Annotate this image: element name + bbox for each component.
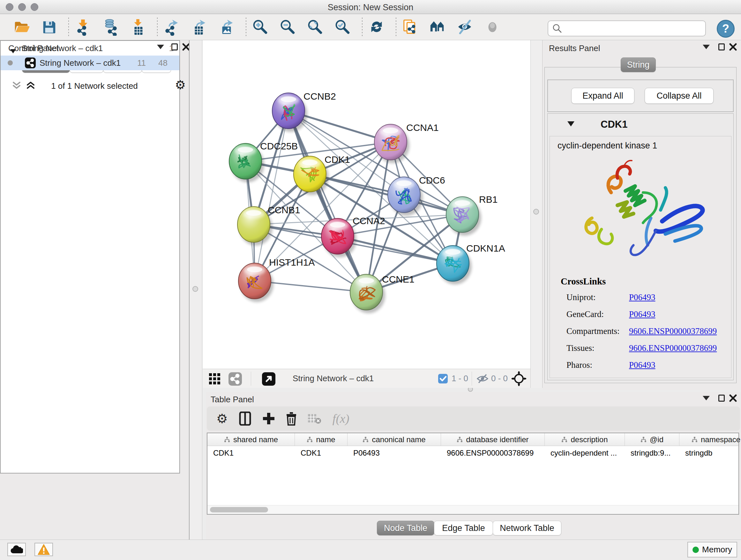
clone-network-button[interactable]: [401, 18, 419, 36]
crosslink-link[interactable]: P06493: [629, 293, 656, 302]
refresh-button[interactable]: [367, 18, 386, 36]
table-panel-title: Table Panel: [211, 395, 254, 405]
tab-edge-table[interactable]: Edge Table: [434, 521, 493, 536]
node-label-CCNA1: CCNA1: [406, 122, 439, 133]
node-CDK1[interactable]: [293, 156, 329, 195]
memory-button[interactable]: Memory: [687, 542, 737, 557]
node-RB1[interactable]: [446, 197, 481, 236]
crosslink-row: Tissues: 9606.ENSP00000378699: [566, 340, 726, 357]
column-header-canonical-name[interactable]: canonical name: [347, 433, 441, 446]
crosslink-link[interactable]: P06493: [629, 360, 656, 370]
zoom-selected-button[interactable]: [334, 18, 352, 36]
string-view-icon[interactable]: [228, 372, 242, 387]
grid-view-icon[interactable]: [209, 373, 221, 386]
right-splitter-handle[interactable]: [533, 209, 539, 214]
delete-row-button[interactable]: [286, 412, 297, 426]
tab-node-table[interactable]: Node Table: [377, 521, 434, 536]
node-CCNA1[interactable]: [374, 124, 409, 163]
open-session-button[interactable]: [13, 18, 30, 36]
node-CDC25B[interactable]: [229, 143, 264, 182]
network-status-dot-icon: [8, 60, 13, 65]
node-label-CCNB2: CCNB2: [304, 91, 336, 102]
add-row-button[interactable]: [262, 412, 275, 425]
collection-label: String Network – cdk1: [22, 44, 103, 53]
close-table-icon[interactable]: [728, 393, 738, 403]
save-session-button[interactable]: [40, 18, 58, 36]
crosslink-link[interactable]: P06493: [629, 309, 656, 319]
node-HIST1H1A[interactable]: [239, 263, 273, 302]
tree-expander-icon[interactable]: [10, 46, 16, 56]
collapse-results-icon[interactable]: [701, 42, 711, 52]
import-network-button[interactable]: [74, 18, 92, 36]
column-header-shared-name[interactable]: shared name: [207, 433, 295, 446]
column-header-database-identifier[interactable]: database identifier: [441, 433, 545, 446]
selected-checkbox-icon[interactable]: [438, 374, 448, 385]
table-settings-button[interactable]: ⚙: [216, 411, 228, 426]
table-scrollbar-thumb[interactable]: [210, 507, 268, 512]
crosslink-row: Pharos: P06493: [566, 357, 726, 374]
node-label-CCNA2: CCNA2: [353, 215, 385, 226]
crosslink-label: GeneCard:: [566, 309, 629, 319]
edge-CCNB2-HIST1H1A[interactable]: [255, 111, 288, 281]
crosslink-row: Compartments: 9606.ENSP00000378699: [566, 323, 726, 340]
left-splitter-handle[interactable]: [192, 286, 198, 292]
hide-selected-button[interactable]: [456, 18, 474, 36]
search-input[interactable]: [548, 20, 706, 37]
string-badge-icon: [25, 57, 36, 71]
section-expander-icon[interactable]: [567, 121, 575, 128]
export-table-button[interactable]: [190, 18, 208, 36]
node-CCNB2[interactable]: [272, 93, 307, 132]
node-label-CDK1: CDK1: [325, 154, 350, 165]
detach-view-icon[interactable]: [262, 372, 275, 387]
table-horizontal-scrollbar[interactable]: [207, 505, 738, 514]
node-label-HIST1H1A: HIST1H1A: [269, 257, 315, 267]
expand-all-button[interactable]: Expand All: [571, 88, 634, 104]
left-splitter[interactable]: [189, 40, 202, 540]
network-collection-row[interactable]: String Network – cdk1 1: [1, 41, 179, 56]
export-image-button[interactable]: [218, 18, 235, 36]
function-builder-button: f(x): [333, 412, 349, 426]
column-header-description[interactable]: description: [545, 433, 625, 446]
node-label-CCNE1: CCNE1: [382, 274, 414, 285]
collection-count: 1: [169, 44, 174, 53]
hidden-eye-icon[interactable]: [476, 374, 488, 385]
gene-description: cyclin-dependent kinase 1: [557, 141, 657, 151]
import-database-button[interactable]: [102, 18, 119, 36]
network-canvas[interactable]: CCNB2CCNA1CDC25BCDK1CDC6RB1CCNB1CCNA2CDK…: [203, 40, 530, 369]
network-row[interactable]: String Network – cdk1 11 48: [1, 56, 179, 70]
float-results-icon[interactable]: [717, 42, 726, 52]
network-options-gear-icon[interactable]: ⚙: [175, 78, 186, 92]
crosslink-link[interactable]: 9606.ENSP00000378699: [629, 326, 717, 336]
zoom-in-button[interactable]: [252, 18, 269, 36]
zoom-fit-button[interactable]: [307, 18, 324, 36]
tab-network-table[interactable]: Network Table: [493, 521, 561, 536]
crosslink-link[interactable]: 9606.ENSP00000378699: [629, 343, 717, 353]
float-table-icon[interactable]: [717, 393, 726, 403]
column-header-namespace[interactable]: namespace: [679, 433, 741, 446]
collapse-table-icon[interactable]: [701, 393, 711, 403]
table-cell: stringdb:9...: [625, 446, 679, 460]
first-neighbors-button[interactable]: [429, 18, 447, 36]
column-header-name[interactable]: name: [295, 433, 347, 446]
crosslink-label: Compartments:: [566, 326, 629, 336]
tab-string[interactable]: String: [621, 57, 656, 72]
birds-eye-navigator-icon[interactable]: [512, 371, 526, 387]
results-panel-title: Results Panel: [549, 44, 600, 53]
cloud-button[interactable]: [7, 543, 26, 556]
show-graphics-details-button[interactable]: [484, 18, 502, 36]
node-CDC6[interactable]: [388, 177, 423, 216]
gene-section-header[interactable]: CDK1: [548, 114, 733, 135]
insert-column-button[interactable]: [239, 412, 252, 426]
warning-button[interactable]: [35, 543, 53, 556]
help-button[interactable]: ?: [717, 20, 735, 38]
column-header-id[interactable]: @id: [625, 433, 679, 446]
right-splitter[interactable]: [530, 40, 542, 390]
search-icon: [552, 23, 562, 35]
node-CCNA2[interactable]: [321, 219, 356, 257]
zoom-out-button[interactable]: [279, 18, 297, 36]
table-row[interactable]: CDK1CDK1P064939606.ENSP00000378699cyclin…: [207, 446, 738, 460]
import-table-button[interactable]: [129, 18, 147, 36]
close-results-icon[interactable]: [728, 42, 738, 52]
export-network-button[interactable]: [163, 18, 181, 36]
collapse-all-button[interactable]: Collapse All: [645, 88, 714, 104]
